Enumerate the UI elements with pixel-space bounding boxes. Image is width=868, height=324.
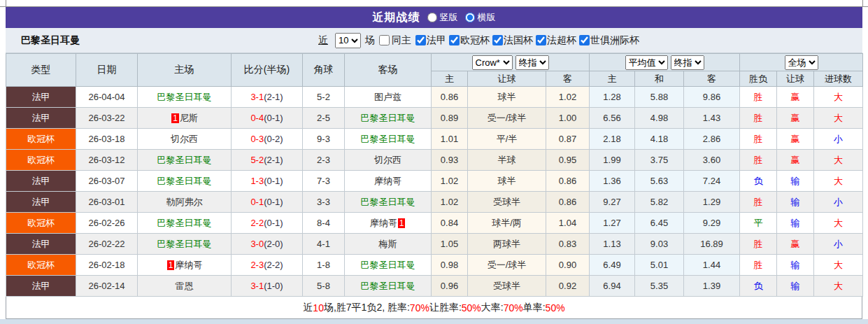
avg-draw-cell: 5.01 (635, 255, 684, 276)
corner-cell: 5-2 (303, 87, 345, 108)
avg-home-cell: 6.49 (590, 255, 635, 276)
league-type-cell: 法甲 (6, 87, 76, 108)
sub-header-handicap: 让球 (468, 71, 546, 87)
away-team-cell: 巴黎圣日耳曼 (345, 192, 432, 213)
handicap-result-cell: 输 (777, 276, 814, 297)
vertical-layout-radio[interactable] (427, 13, 437, 22)
league-filter-group: 法甲欧冠杯法国杯法超杯世俱洲际杯 (413, 34, 639, 47)
away-team-name: 摩纳哥 (370, 218, 397, 228)
league-filter-checkbox-4[interactable] (579, 35, 590, 45)
home-team-cell: 巴黎圣日耳曼 (138, 213, 232, 234)
match-row: 法甲26-03-221尼斯0-4(0-1)2-5巴黎圣日耳曼0.89受一/球半1… (6, 108, 863, 129)
half-time-score: (0-2) (264, 134, 283, 144)
handicap-cell: 球半 (468, 87, 546, 108)
odds-company-select[interactable]: Crow* (472, 55, 513, 70)
away-team-cell: 巴黎圣日耳曼 (345, 108, 432, 129)
half-time-score: (1-0) (264, 281, 283, 291)
away-odds-cell: 0.83 (546, 234, 590, 255)
away-team-name: 图卢兹 (374, 92, 401, 102)
match-date-cell: 26-03-18 (76, 129, 138, 150)
league-type-cell: 欧冠杯 (6, 213, 76, 234)
goals-result-cell: 大 (814, 87, 863, 108)
winlose-result-cell: 胜 (740, 150, 777, 171)
match-row: 法甲26-02-22巴黎圣日耳曼3-0(2-0)4-1梅斯1.05两球半0.83… (6, 234, 863, 255)
sub-header-avg-home: 主 (590, 71, 635, 87)
goals-result-cell: 小 (814, 192, 863, 213)
full-time-score: 3-1 (250, 281, 264, 291)
home-team-cell: 巴黎圣日耳曼 (138, 171, 232, 192)
full-time-score: 2-2 (250, 218, 264, 228)
winlose-result-cell: 负 (740, 276, 777, 297)
layout-vertical-option[interactable]: 竖版 (427, 11, 458, 24)
away-team-cell: 摩纳哥1 (345, 213, 432, 234)
same-home-checkbox[interactable] (379, 35, 390, 45)
horizontal-layout-radio[interactable] (465, 13, 475, 22)
col-header-corner: 角球 (303, 54, 345, 87)
goals-result-cell: 大 (814, 255, 863, 276)
recent-count-select[interactable]: 10 (335, 33, 361, 48)
avg-draw-cell: 5.82 (635, 192, 684, 213)
odds-stage-select-right[interactable]: 终指 (671, 55, 704, 70)
summary-segment-6: 大率: (481, 302, 504, 314)
home-team-name: 巴黎圣日耳曼 (157, 155, 212, 165)
odds-stage-select-left[interactable]: 终指 (515, 55, 549, 70)
recent-results-panel: 近期战绩 竖版 横版 巴黎圣日耳曼 近 10 场 同主 法甲欧冠杯法国杯法超杯世… (6, 7, 862, 319)
home-team-cell: 巴黎圣日耳曼 (138, 234, 232, 255)
rank-badge: 1 (398, 218, 406, 228)
team-filter-row: 巴黎圣日耳曼 近 10 场 同主 法甲欧冠杯法国杯法超杯世俱洲际杯 (6, 28, 862, 53)
corner-cell: 2-3 (303, 150, 345, 171)
avg-away-cell: 1.43 (684, 108, 740, 129)
home-team-cell: 雷恩 (138, 276, 232, 297)
avg-home-cell: 1.27 (590, 213, 635, 234)
avg-home-cell: 9.27 (590, 192, 635, 213)
avg-mode-select[interactable]: 平均值 (625, 55, 668, 70)
corner-cell: 8-4 (303, 213, 345, 234)
home-team-cell: 巴黎圣日耳曼 (138, 150, 232, 171)
summary-segment-8: 单率: (523, 302, 546, 314)
home-team-name: 巴黎圣日耳曼 (157, 176, 212, 186)
full-time-score: 5-2 (250, 155, 264, 165)
away-odds-cell: 0.95 (546, 150, 590, 171)
avg-draw-cell: 5.35 (635, 276, 684, 297)
scope-select[interactable]: 全场 (785, 55, 818, 70)
match-row: 法甲26-02-14雷恩3-1(1-0)5-8巴黎圣日耳曼0.96受球半0.92… (6, 276, 863, 297)
avg-away-cell: 1.39 (684, 276, 740, 297)
sub-header-handicap-result: 让球 (777, 71, 814, 87)
avg-draw-cell: 5.63 (635, 171, 684, 192)
summary-segment-3: 70% (410, 302, 429, 314)
away-odds-cell: 0.86 (546, 171, 590, 192)
sub-header-away-odds: 客 (546, 71, 590, 87)
home-team-name: 雷恩 (176, 281, 194, 291)
score-cell: 1-3(0-1) (232, 171, 303, 192)
league-filter-label-3: 法超杯 (547, 34, 576, 47)
corner-cell: 2-5 (303, 108, 345, 129)
handicap-odds-header: Crow*终指 (432, 54, 590, 71)
away-odds-cell: 1.02 (546, 87, 590, 108)
league-type-cell: 欧冠杯 (6, 255, 76, 276)
recent-link[interactable]: 近 (318, 34, 328, 47)
league-type-cell: 法甲 (6, 108, 76, 129)
league-filter-checkbox-2[interactable] (492, 35, 503, 45)
half-time-score: (0-1) (264, 218, 283, 228)
summary-segment-0: 近 (303, 302, 313, 314)
score-cell: 0-4(0-1) (232, 108, 303, 129)
home-team-cell: 巴黎圣日耳曼 (138, 87, 232, 108)
league-filter-checkbox-1[interactable] (449, 35, 460, 45)
col-header-home: 主场 (138, 54, 232, 87)
half-time-score: (2-1) (264, 155, 283, 165)
league-filter-checkbox-3[interactable] (536, 35, 546, 45)
home-team-name: 巴黎圣日耳曼 (157, 218, 212, 228)
home-team-cell: 1摩纳哥 (138, 255, 232, 276)
layout-horizontal-option[interactable]: 横版 (465, 11, 496, 24)
away-team-name: 摩纳哥 (374, 176, 401, 186)
goals-result-cell: 大 (814, 276, 863, 297)
league-filter-checkbox-0[interactable] (415, 35, 426, 45)
handicap-cell: 平/半 (468, 129, 546, 150)
goals-result-cell: 小 (814, 234, 863, 255)
avg-away-cell: 7.24 (684, 171, 740, 192)
filters: 近 10 场 同主 法甲欧冠杯法国杯法超杯世俱洲际杯 (318, 28, 639, 52)
away-team-name: 巴黎圣日耳曼 (361, 134, 415, 144)
match-row: 欧冠杯26-02-181摩纳哥2-3(2-2)1-8巴黎圣日耳曼0.98受一/球… (6, 255, 863, 276)
summary-segment-9: 50% (546, 302, 565, 314)
section-header: 近期战绩 竖版 横版 (6, 7, 862, 28)
